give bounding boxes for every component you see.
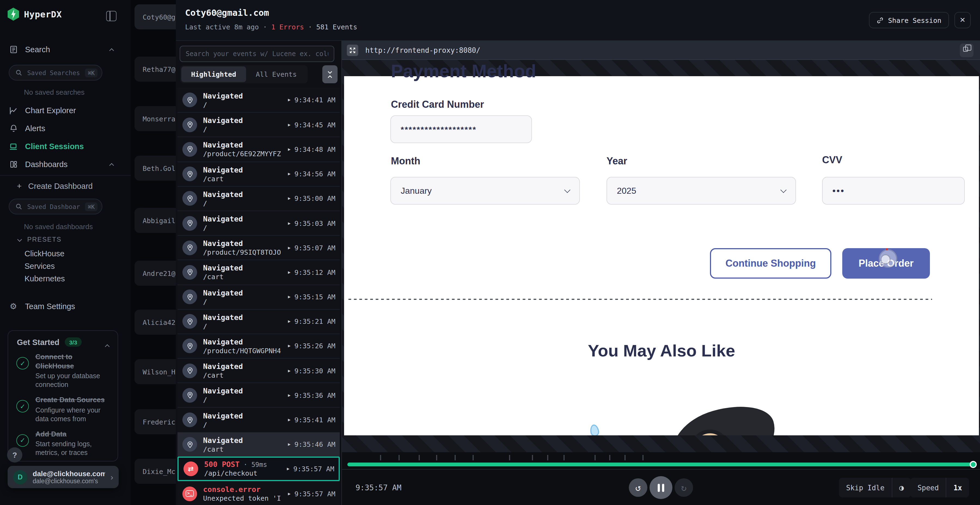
sidebar-item-search[interactable]: Search [0, 41, 130, 58]
user-team: dale@clickhouse.com's [33, 478, 105, 484]
play-marker-icon[interactable]: ▶ [288, 172, 291, 176]
saved-searches-input[interactable] [26, 68, 81, 77]
presets-header[interactable]: PRESETS [18, 236, 62, 243]
play-marker-icon[interactable]: ▶ [288, 442, 291, 447]
copy-url-button[interactable] [960, 43, 974, 57]
event-row[interactable]: Navigated/▶9:35:41 AM [178, 407, 340, 432]
session-card[interactable]: Beth.Gol [134, 156, 176, 181]
get-started-item[interactable]: ✓Add DataStart sending logs, metrics, or… [16, 430, 112, 457]
sidebar-item-dashboards[interactable]: Dashboards [0, 156, 130, 173]
play-marker-icon[interactable]: ▶ [288, 196, 291, 201]
help-button[interactable]: ? [7, 447, 22, 462]
play-marker-icon[interactable]: ▶ [288, 368, 291, 373]
event-row[interactable]: Navigated/cart▶9:35:46 AM [178, 432, 340, 456]
skip-idle-toggle-icon[interactable]: ◑ [892, 478, 911, 497]
chevron-up-icon[interactable] [110, 160, 113, 169]
progress-bar[interactable] [347, 462, 976, 466]
play-marker-icon[interactable]: ▶ [288, 294, 291, 299]
network-request-icon: ⇄ [183, 462, 198, 476]
event-row[interactable]: Navigated/▶9:35:15 AM [178, 284, 340, 309]
play-marker-icon[interactable]: ▶ [287, 466, 290, 471]
sidebar-item-alerts[interactable]: Alerts [0, 120, 130, 137]
play-marker-icon[interactable]: ▶ [288, 491, 291, 496]
timeline-tick [473, 455, 474, 461]
play-marker-icon[interactable]: ▶ [288, 147, 291, 152]
session-card[interactable]: Alicia42 [134, 310, 176, 335]
play-marker-icon[interactable]: ▶ [288, 122, 291, 127]
saved-searches-pill[interactable]: ⌘K [9, 65, 102, 81]
chevron-up-icon[interactable] [106, 341, 109, 351]
session-email: Monserra [143, 114, 175, 123]
event-row[interactable]: Navigated/▶9:34:41 AM [178, 87, 340, 112]
get-started-item[interactable]: ✓Create Data SourcesConfigure where your… [16, 395, 112, 423]
play-marker-icon[interactable]: ▶ [288, 418, 291, 422]
skip-idle-control[interactable]: Skip Idle ◑ [839, 478, 911, 497]
play-marker-icon[interactable]: ▶ [288, 245, 291, 250]
create-dashboard-button[interactable]: + Create Dashboard [17, 181, 93, 191]
speed-control[interactable]: Speed 1x [910, 478, 969, 497]
event-row[interactable]: Navigated/▶9:35:03 AM [178, 211, 340, 235]
saved-dashboards-pill[interactable]: ⌘K [9, 199, 102, 214]
tab-all-events[interactable]: All Events [246, 67, 307, 82]
sidebar-preset-services[interactable]: Services [24, 262, 55, 270]
event-info: 500 POST · 59ms/api/checkout [204, 460, 281, 478]
sidebar-collapse-icon[interactable] [106, 11, 116, 21]
event-row[interactable]: Navigated/▶9:35:21 AM [178, 309, 340, 333]
play-marker-icon[interactable]: ▶ [288, 344, 291, 349]
sidebar-item-chart-explorer[interactable]: Chart Explorer [0, 102, 130, 119]
session-card[interactable]: Abbigail [134, 208, 176, 233]
playhead-knob[interactable] [970, 461, 977, 468]
saved-dashboards-input[interactable] [26, 202, 81, 211]
year-select[interactable]: 2025 [606, 177, 796, 205]
event-row[interactable]: >_console.errorUnexpected token 'I'…▶9:3… [178, 481, 340, 505]
session-card[interactable]: Monserra [134, 106, 176, 131]
sidebar-item-team-settings[interactable]: ⚙ Team Settings [0, 298, 130, 314]
event-row[interactable]: ⇄500 POST · 59ms/api/checkout▶9:35:57 AM [178, 457, 340, 481]
play-marker-icon[interactable]: ▶ [288, 97, 291, 102]
event-row[interactable]: Navigated/▶9:35:00 AM [178, 186, 340, 211]
close-icon[interactable]: × [955, 12, 971, 28]
share-session-button[interactable]: Share Session [869, 12, 949, 28]
sidebar-item-client-sessions[interactable]: Client Sessions [0, 138, 130, 154]
session-card[interactable]: Coty60@g [134, 4, 176, 29]
event-row[interactable]: Navigated/cart▶9:34:56 AM [178, 161, 340, 186]
user-menu[interactable]: D dale@clickhouse.com dale@clickhouse.co… [8, 466, 119, 488]
event-row[interactable]: Navigated/▶9:34:45 AM [178, 112, 340, 137]
session-card[interactable]: Andre21@ [134, 260, 176, 286]
continue-shopping-button[interactable]: Continue Shopping [710, 248, 831, 279]
event-row[interactable]: Navigated/product/HQTGWGPNH4▶9:35:26 AM [178, 333, 340, 358]
playback-timeline[interactable] [342, 452, 980, 469]
event-row[interactable]: Navigated/product/9SIQT8TOJO▶9:35:07 AM [178, 235, 340, 260]
event-timestamp: 9:35:12 AM [294, 268, 336, 276]
play-marker-icon[interactable]: ▶ [288, 319, 291, 324]
event-title: Navigated [203, 214, 282, 223]
session-card[interactable]: Dixie_Mc [134, 459, 176, 484]
play-marker-icon[interactable]: ▶ [288, 221, 291, 226]
chevron-up-icon[interactable] [110, 45, 113, 54]
session-email: Alicia42 [143, 318, 175, 326]
session-card[interactable]: Wilson_H [134, 359, 176, 384]
sessions-list-background: Coty60@gRetha77@MonserraBeth.GolAbbigail… [130, 0, 176, 505]
play-marker-icon[interactable]: ▶ [288, 270, 291, 275]
cvv-input[interactable]: ••• [822, 177, 965, 205]
event-row[interactable]: Navigated/cart▶9:35:30 AM [178, 358, 340, 383]
session-card[interactable]: Frederic [134, 409, 176, 434]
month-select[interactable]: January [390, 177, 580, 205]
tab-highlighted[interactable]: Highlighted [181, 67, 246, 82]
forward-button[interactable]: ↻ [675, 478, 693, 497]
credit-card-input[interactable]: ******************* [390, 115, 532, 143]
event-row[interactable]: Navigated/▶9:35:36 AM [178, 383, 340, 407]
dashboards-grid-icon [9, 160, 18, 169]
event-row[interactable]: Navigated/product/6E92ZMYYFZ▶9:34:48 AM [178, 137, 340, 161]
session-card[interactable]: Retha77@ [134, 57, 176, 82]
events-search-input[interactable] [180, 46, 334, 62]
get-started-item[interactable]: ✓Connect to ClickHouseSet up your databa… [16, 353, 112, 389]
sidebar-preset-kubernetes[interactable]: Kubernetes [24, 274, 65, 283]
event-row[interactable]: Navigated/cart▶9:35:12 AM [178, 260, 340, 284]
play-marker-icon[interactable]: ▶ [288, 393, 291, 398]
pause-button[interactable] [649, 476, 672, 499]
fullscreen-icon[interactable] [347, 44, 358, 56]
rewind-button[interactable]: ↺ [629, 478, 648, 497]
sidebar-preset-clickhouse[interactable]: ClickHouse [24, 249, 65, 258]
collapse-events-icon[interactable] [322, 65, 337, 83]
